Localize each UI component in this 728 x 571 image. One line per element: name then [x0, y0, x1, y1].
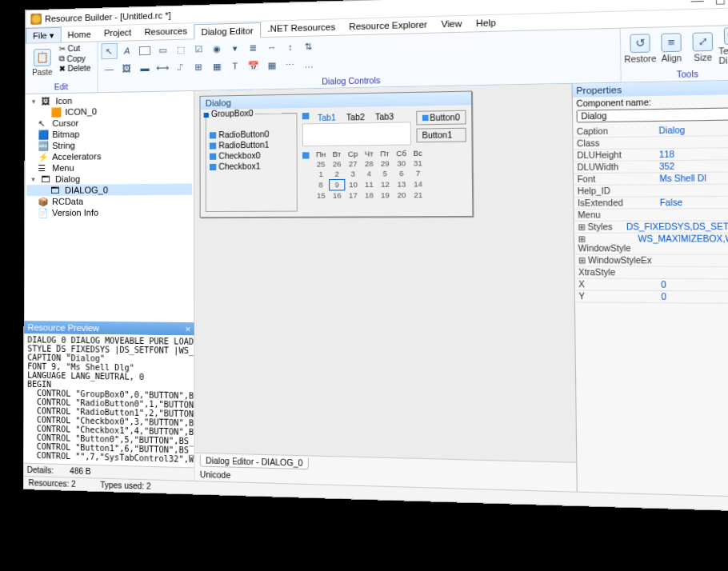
tree-item-dialog[interactable]: Dialog	[55, 174, 80, 184]
app-icon	[30, 13, 42, 24]
menu-file[interactable]: File ▾	[26, 27, 61, 43]
prop-menu-k: Menu	[574, 210, 657, 221]
spin-tool[interactable]: ⇅	[300, 38, 317, 54]
cut-button[interactable]: ✂Cut	[59, 44, 91, 54]
design-canvas[interactable]: Dialog GroupBox0 RadioButton0 RadioButto…	[194, 84, 576, 462]
prop-caption-k: Caption	[573, 125, 655, 137]
tree-item-icon[interactable]: Icon	[55, 96, 72, 106]
tree-item-dialog0[interactable]: 🗔DIALOG_0	[26, 184, 192, 197]
status-types: Types used: 2	[100, 481, 151, 491]
menu-home[interactable]: Home	[62, 26, 98, 42]
tree-item-version[interactable]: 📄Version Info	[26, 206, 192, 218]
static-tool[interactable]: —	[101, 61, 117, 77]
dialog-preview[interactable]: Dialog GroupBox0 RadioButton0 RadioButto…	[200, 91, 474, 218]
preview-close[interactable]: ×	[186, 324, 191, 333]
prop-help-v[interactable]	[656, 184, 728, 196]
menu-project[interactable]: Project	[98, 25, 138, 41]
menu-net-resources[interactable]: .NET Resources	[261, 19, 342, 37]
menu-view[interactable]: View	[434, 16, 469, 33]
listview-tool[interactable]: ▦	[209, 58, 226, 75]
prop-height-v[interactable]: 118	[655, 148, 728, 160]
edit-tool[interactable]	[137, 42, 153, 59]
prop-caption-v[interactable]: Dialog	[655, 124, 728, 137]
button0[interactable]: Button0	[416, 110, 466, 126]
delete-icon: ✖	[59, 64, 66, 73]
align-button[interactable]: ≡Align	[655, 29, 687, 67]
prop-x-v[interactable]: 0	[658, 279, 728, 291]
progress-tool[interactable]: ▬	[137, 60, 153, 77]
ribbon-edit-label: Edit	[29, 80, 94, 92]
prop-wse-k: WindowStyleEx	[588, 256, 652, 266]
restore-button[interactable]: ↺Restore	[624, 30, 656, 68]
picture-tool[interactable]: 🖼	[119, 60, 135, 76]
prop-width-v[interactable]: 352	[655, 160, 728, 172]
calendar-tool[interactable]: ▦	[263, 57, 280, 74]
groupbox-tool[interactable]: ⬚	[173, 42, 189, 58]
radio-tool[interactable]: ◉	[209, 40, 226, 57]
pointer-tool[interactable]: ↖	[101, 43, 117, 59]
tab-control[interactable]: Tab1 Tab2 Tab3	[302, 111, 410, 124]
combobox-tool[interactable]: ▾	[226, 40, 243, 57]
menu-dialog-editor[interactable]: Dialog Editor	[194, 22, 261, 39]
button1[interactable]: Button1	[416, 128, 466, 143]
scrollbar-h-tool[interactable]: ↔	[263, 39, 280, 56]
prop-font-v[interactable]: Ms Shell Dl	[656, 172, 728, 184]
scrollbar-v-tool[interactable]: ↕	[282, 38, 298, 55]
tree-tool[interactable]: ⊞	[190, 58, 207, 75]
radio0[interactable]: RadioButton0	[210, 129, 293, 141]
status-resources: Resources: 2	[29, 478, 76, 489]
prop-y-v[interactable]: 0	[658, 291, 728, 303]
details-value: 486 B	[70, 466, 90, 476]
copy-icon: ⧉	[59, 54, 65, 63]
menu-help[interactable]: Help	[469, 15, 503, 32]
prop-xs-v[interactable]	[657, 267, 728, 278]
menu-resources[interactable]: Resources	[138, 23, 194, 40]
minimize-button[interactable]: —	[690, 0, 703, 6]
button-tool[interactable]: ▭	[154, 42, 170, 58]
size-button[interactable]: ⤢Size	[686, 28, 718, 66]
groupbox-label: GroupBox0	[210, 109, 255, 118]
calendar-control[interactable]: ПнВтСрЧтПтСбВс 25262728293031 1234567 89…	[313, 148, 427, 201]
props-title: Properties	[576, 85, 622, 96]
label-tool[interactable]: A	[119, 42, 135, 58]
groupbox-control[interactable]: GroupBox0 RadioButton0 RadioButton1 Chec…	[206, 113, 298, 212]
delete-button[interactable]: ✖Delete	[59, 64, 91, 74]
checkbox1[interactable]: Checkbox1	[210, 161, 294, 172]
checkbox-tool[interactable]: ☑	[190, 41, 207, 58]
details-label: Details:	[27, 465, 54, 475]
prop-menu-v[interactable]	[656, 209, 728, 221]
prop-styles-k: Styles	[587, 222, 612, 232]
app-window: Resource Builder - [Untitled.rc *] — ◻ ✕…	[23, 0, 728, 512]
cut-icon: ✂	[59, 44, 66, 53]
listbox-tool[interactable]: ≣	[245, 39, 262, 56]
ribbon-tools-label: Tools	[625, 66, 728, 80]
paste-button[interactable]: 📋Paste	[29, 45, 56, 80]
prop-y-k: Y	[575, 290, 658, 302]
prop-wse-v[interactable]	[657, 255, 728, 266]
preview-text[interactable]: DIALOG_0 DIALOG MOVEABLE PURE LOADONCALL…	[24, 333, 194, 467]
prop-height-k: DLUHeight	[574, 149, 656, 161]
prop-font-k: Font	[574, 173, 656, 185]
slider-tool[interactable]: ⟷	[154, 59, 170, 76]
prop-xs-k: XtraStyle	[574, 267, 657, 278]
richedit-tool[interactable]: T	[226, 58, 243, 74]
prop-ws-v[interactable]: WS_MAXIMIZEBOX,WS_MINIMIZEBOX	[634, 233, 728, 254]
component-name-select[interactable]: Dialog	[577, 107, 728, 122]
tab-tool[interactable]: ⑀	[173, 59, 189, 76]
checkbox0[interactable]: Checkbox0	[210, 150, 293, 161]
prop-ext-v[interactable]: False	[656, 197, 728, 209]
prop-styles-v[interactable]: DS_FIXEDSYS,DS_SETFONT	[622, 221, 728, 232]
copy-button[interactable]: ⧉Copy	[59, 54, 91, 64]
custom-tool[interactable]: …	[300, 56, 317, 73]
maximize-button[interactable]: ◻	[715, 0, 726, 6]
radio1[interactable]: RadioButton1	[210, 139, 293, 151]
editor-tab[interactable]: Dialog Editor - DIALOG_0	[200, 455, 309, 469]
tree-item-rcdata[interactable]: 📦RCData	[26, 195, 192, 207]
prop-class-v[interactable]	[655, 136, 728, 149]
prop-x-k: X	[575, 279, 658, 290]
test-dialog-button[interactable]: 🔍Test Dialog	[718, 27, 728, 66]
resource-tree[interactable]: ▾🖼Icon 🟧ICON_0 ↖Cursor 🟦Bitmap 🔤String ⚡…	[25, 91, 194, 322]
menu-resource-explorer[interactable]: Resource Explorer	[342, 17, 434, 35]
datetime-tool[interactable]: 📅	[245, 58, 262, 74]
ip-tool[interactable]: ⋯	[282, 57, 298, 74]
